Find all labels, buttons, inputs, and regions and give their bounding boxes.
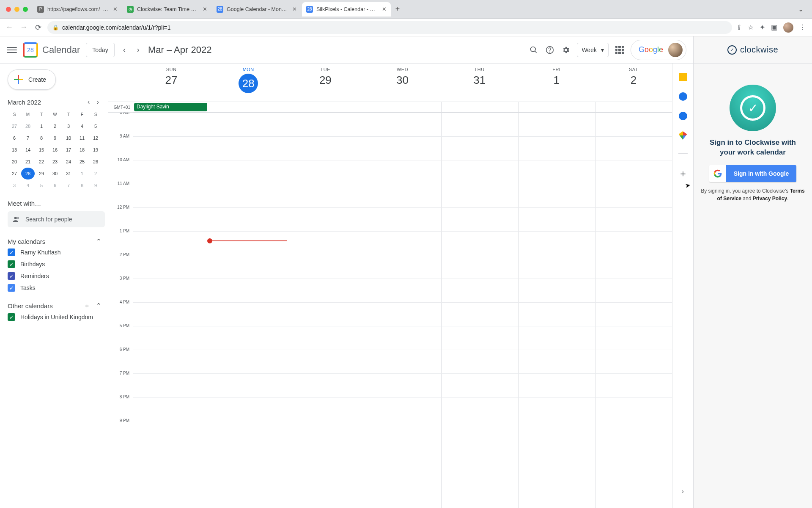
mini-day[interactable]: 20 — [8, 156, 21, 168]
mini-day[interactable]: 1 — [35, 120, 48, 132]
google-apps-icon[interactable] — [614, 45, 625, 55]
calendar-checkbox[interactable]: ✓ — [8, 272, 15, 280]
maps-icon[interactable] — [679, 131, 687, 140]
privacy-link[interactable]: Privacy Policy — [753, 196, 787, 202]
mini-day[interactable]: 8 — [35, 132, 48, 144]
mini-day[interactable]: 18 — [75, 144, 89, 156]
day-header[interactable]: FRI 1 — [518, 64, 595, 102]
forward-button[interactable]: → — [19, 23, 29, 32]
mini-day[interactable]: 9 — [48, 132, 62, 144]
mini-day[interactable]: 3 — [8, 179, 21, 191]
allday-cell[interactable]: Daylight Savin — [133, 102, 210, 112]
allday-cell[interactable] — [210, 102, 287, 112]
day-column[interactable] — [133, 113, 210, 508]
allday-cell[interactable] — [595, 102, 672, 112]
allday-cell[interactable] — [287, 102, 364, 112]
calendar-item[interactable]: ✓ Ramy Khuffash — [8, 248, 105, 256]
mini-day[interactable]: 10 — [62, 132, 75, 144]
mini-day[interactable]: 27 — [8, 168, 21, 179]
today-button[interactable]: Today — [86, 43, 114, 57]
calendar-item[interactable]: ✓ Tasks — [8, 284, 105, 292]
day-header[interactable]: WED 30 — [364, 64, 441, 102]
calendar-item[interactable]: ✓ Reminders — [8, 272, 105, 280]
mini-day[interactable]: 7 — [21, 132, 35, 144]
search-people-input[interactable]: Search for people — [8, 211, 105, 227]
mini-day[interactable]: 17 — [62, 144, 75, 156]
add-addon-button[interactable]: ＋ — [678, 167, 688, 180]
tasks-icon[interactable] — [679, 92, 687, 101]
day-column[interactable] — [595, 113, 672, 508]
mini-day[interactable]: 6 — [48, 179, 62, 191]
mini-day[interactable]: 30 — [48, 168, 62, 179]
next-period-button[interactable]: › — [134, 42, 142, 57]
account-pill[interactable]: Google — [631, 40, 686, 60]
calendar-checkbox[interactable]: ✓ — [8, 313, 15, 321]
mini-day[interactable]: 15 — [35, 144, 48, 156]
mini-day[interactable]: 4 — [21, 179, 35, 191]
calendar-checkbox[interactable]: ✓ — [8, 260, 15, 268]
mini-day[interactable]: 5 — [89, 120, 102, 132]
calendar-item[interactable]: ✓ Birthdays — [8, 260, 105, 268]
allday-event[interactable]: Daylight Savin — [134, 103, 207, 111]
tab-overflow-chevron-icon[interactable]: ⌄ — [798, 5, 809, 13]
account-avatar[interactable] — [668, 43, 683, 57]
main-menu-button[interactable] — [7, 45, 17, 55]
day-header[interactable]: THU 31 — [441, 64, 518, 102]
mini-day[interactable]: 12 — [89, 132, 102, 144]
window-controls[interactable] — [3, 7, 28, 12]
mini-day[interactable]: 27 — [8, 120, 21, 132]
close-tab-icon[interactable]: ✕ — [113, 6, 118, 12]
mini-day[interactable]: 19 — [89, 144, 102, 156]
mini-day[interactable]: 23 — [48, 156, 62, 168]
mini-day[interactable]: 5 — [35, 179, 48, 191]
calendar-checkbox[interactable]: ✓ — [8, 284, 15, 292]
browser-tab[interactable]: 28 Google Calendar - Monday, 28 ✕ — [212, 2, 301, 17]
day-header[interactable]: SAT 2 — [595, 64, 672, 102]
create-button[interactable]: Create — [8, 69, 56, 90]
mini-day[interactable]: 31 — [62, 168, 75, 179]
day-column[interactable] — [518, 113, 595, 508]
day-column[interactable] — [210, 113, 287, 508]
mini-day[interactable]: 28 — [21, 168, 35, 179]
browser-tab[interactable]: P https://pageflows.com/_emails ✕ — [33, 2, 122, 17]
mini-day[interactable]: 29 — [35, 168, 48, 179]
side-panel-icon[interactable]: ▣ — [771, 23, 777, 31]
mini-day[interactable]: 26 — [89, 156, 102, 168]
mini-day[interactable]: 3 — [62, 120, 75, 132]
collapse-other-calendars-icon[interactable]: ⌃ — [96, 302, 102, 310]
bookmark-star-icon[interactable]: ☆ — [748, 23, 754, 31]
allday-cell[interactable] — [441, 102, 518, 112]
day-header[interactable]: SUN 27 — [133, 64, 210, 102]
add-other-calendar-icon[interactable]: ＋ — [84, 302, 90, 310]
day-column[interactable] — [441, 113, 518, 508]
mini-day[interactable]: 8 — [75, 179, 89, 191]
close-window[interactable] — [6, 7, 11, 12]
mini-day[interactable]: 9 — [89, 179, 102, 191]
mini-day[interactable]: 1 — [75, 168, 89, 179]
new-tab-button[interactable]: + — [392, 5, 403, 14]
mini-day[interactable]: 4 — [75, 120, 89, 132]
back-button[interactable]: ← — [4, 23, 14, 32]
collapse-my-calendars-icon[interactable]: ⌃ — [96, 237, 102, 245]
browser-tab[interactable]: ◷ Clockwise: Team Time & Calen ✕ — [123, 2, 211, 17]
mini-next-month[interactable]: › — [94, 96, 102, 108]
day-header[interactable]: MON 28 — [210, 64, 287, 102]
mini-day[interactable]: 13 — [8, 144, 21, 156]
settings-gear-icon[interactable] — [561, 45, 571, 55]
view-switcher[interactable]: Week ▾ — [577, 43, 609, 57]
share-icon[interactable]: ⇪ — [736, 23, 742, 31]
collapse-rail-icon[interactable]: › — [682, 488, 684, 495]
mini-day[interactable]: 16 — [48, 144, 62, 156]
mini-day[interactable]: 28 — [21, 120, 35, 132]
allday-cell[interactable] — [518, 102, 595, 112]
calendar-checkbox[interactable]: ✓ — [8, 248, 15, 256]
close-tab-icon[interactable]: ✕ — [382, 6, 387, 12]
mini-calendar[interactable]: SMTWTFS272812345678910111213141516171819… — [8, 108, 103, 191]
mini-day[interactable]: 14 — [21, 144, 35, 156]
mini-day[interactable]: 22 — [35, 156, 48, 168]
close-tab-icon[interactable]: ✕ — [203, 6, 207, 12]
day-column[interactable] — [364, 113, 441, 508]
mini-day[interactable]: 24 — [62, 156, 75, 168]
browser-profile-avatar[interactable] — [783, 22, 793, 33]
mini-day[interactable]: 2 — [48, 120, 62, 132]
